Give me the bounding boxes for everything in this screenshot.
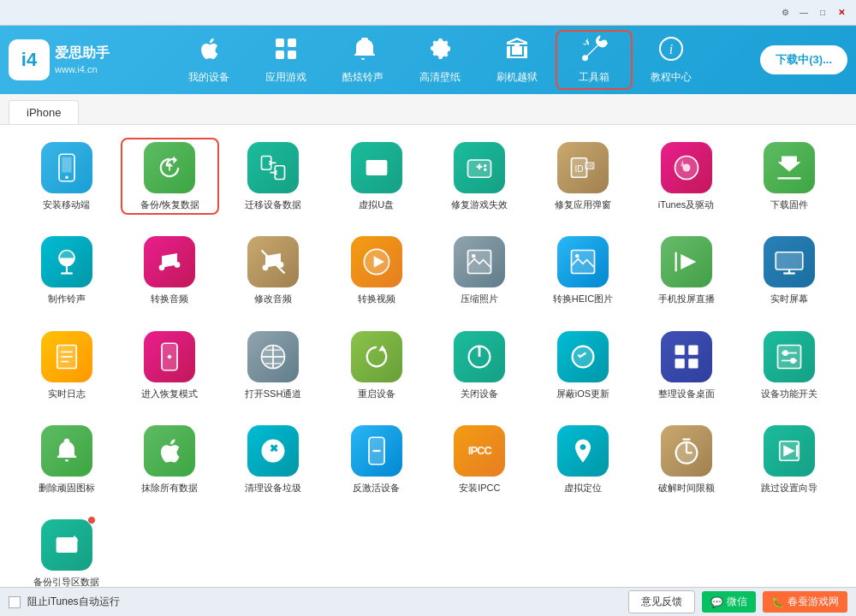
tool-label-fix-popup: 修复应用弹窗	[555, 198, 611, 210]
tool-item-fix-audio[interactable]: 修改音频	[223, 232, 323, 309]
gear-icon	[426, 35, 454, 67]
svg-point-19	[369, 169, 373, 174]
tool-icon-deactivate	[351, 425, 402, 477]
svg-rect-67	[675, 345, 684, 354]
tool-item-recovery-mode[interactable]: 进入恢复模式	[121, 327, 220, 404]
tool-label-install-ipcc: 安装IPCC	[459, 482, 500, 494]
status-bar: 阻止iTunes自动运行 意见反馈 💬 微信 🐛 春蚕游戏网	[0, 587, 856, 616]
tool-item-convert-video[interactable]: 转换视频	[327, 232, 426, 309]
download-button[interactable]: 下载中(3)...	[760, 45, 847, 74]
apps-icon	[272, 35, 300, 67]
feedback-button[interactable]: 意见反馈	[628, 590, 695, 613]
nav-ringtones[interactable]: 酷炫铃声	[324, 30, 401, 90]
tool-item-real-log[interactable]: 实时日志	[17, 327, 116, 404]
tool-icon-clean-trash	[247, 425, 299, 477]
svg-point-14	[65, 176, 68, 179]
tool-item-install-app[interactable]: 安装移动端	[17, 138, 116, 215]
tool-item-clean-trash[interactable]: 清理设备垃圾	[223, 421, 323, 498]
tool-label-make-ringtone: 制作铃声	[48, 293, 86, 305]
nav-apps-games[interactable]: 应用游戏	[247, 30, 324, 90]
tool-item-make-ringtone[interactable]: 制作铃声	[17, 232, 116, 309]
svg-point-36	[175, 262, 181, 268]
tool-label-clean-trash: 清理设备垃圾	[245, 482, 301, 494]
tool-item-backup-restore[interactable]: 备份/恢复数据	[121, 138, 220, 215]
tool-icon-fix-audio	[247, 236, 299, 287]
svg-rect-22	[479, 164, 480, 170]
svg-rect-8	[512, 46, 522, 55]
close-btn[interactable]: ✕	[834, 5, 849, 21]
tool-item-fix-popup[interactable]: IDID修复应用弹窗	[533, 138, 633, 215]
nav-tutorial[interactable]: i 教程中心	[633, 30, 710, 90]
tool-item-screen-cast[interactable]: 手机投屏直播	[637, 232, 736, 309]
tool-icon-device-toggle	[764, 331, 815, 382]
svg-rect-71	[778, 345, 801, 368]
tool-item-device-toggle[interactable]: 设备功能开关	[740, 327, 839, 404]
tool-label-organize-desktop: 整理设备桌面	[658, 388, 715, 400]
tool-item-skip-setup[interactable]: 跳过设置向导	[740, 421, 839, 498]
tool-label-block-ios-update: 屏蔽iOS更新	[556, 388, 609, 400]
tool-item-erase-all[interactable]: 抹除所有数据	[121, 421, 220, 498]
tool-item-itunes-driver[interactable]: iTunes及驱动	[637, 138, 736, 215]
nav-my-device[interactable]: 我的设备	[170, 30, 247, 90]
tool-item-fix-game[interactable]: 修复游戏失效	[431, 138, 530, 215]
tool-icon-backup-restore	[144, 142, 195, 193]
tool-label-break-time-limit: 破解时间限额	[658, 482, 715, 494]
logo-icon: i4	[9, 39, 50, 80]
tool-item-delete-stubborn[interactable]: 删除顽固图标	[17, 421, 116, 498]
tool-label-fix-audio: 修改音频	[254, 293, 292, 305]
tool-item-install-ipcc[interactable]: IPCC安装IPCC	[431, 421, 530, 498]
nav-wallpaper[interactable]: 高清壁纸	[401, 30, 479, 90]
tool-icon-virtual-udisk	[351, 142, 402, 193]
tool-item-organize-desktop[interactable]: 整理设备桌面	[637, 327, 736, 404]
tool-item-open-ssh[interactable]: 打开SSH通道	[223, 327, 323, 404]
tool-icon-convert-video	[351, 236, 402, 287]
tool-item-migrate-data[interactable]: 迁移设备数据	[223, 138, 323, 215]
tool-label-install-app: 安装移动端	[43, 198, 90, 210]
svg-marker-46	[681, 254, 696, 270]
svg-text:ID: ID	[586, 162, 593, 169]
tool-item-shutdown[interactable]: 关闭设备	[431, 327, 530, 404]
svg-rect-16	[275, 166, 284, 180]
nav-jailbreak[interactable]: 刷机越狱	[479, 30, 556, 90]
tool-item-backup-sector[interactable]: 备份引导区数据	[17, 515, 116, 587]
svg-rect-2	[276, 50, 284, 59]
tool-item-real-screen[interactable]: 实时屏幕	[740, 232, 839, 309]
tool-icon-install-app	[41, 142, 92, 193]
nav-ringtones-label: 酷炫铃声	[342, 70, 383, 85]
tool-label-screen-cast: 手机投屏直播	[658, 293, 715, 305]
block-itunes-checkbox[interactable]	[9, 596, 21, 608]
wechat-icon: 💬	[710, 596, 723, 608]
logo-text: 爱思助手 www.i4.cn	[55, 44, 110, 76]
tool-icon-compress-photo	[454, 236, 505, 287]
svg-point-45	[575, 254, 580, 258]
tool-item-block-ios-update[interactable]: 屏蔽iOS更新	[533, 327, 633, 404]
tool-item-reboot[interactable]: 重启设备	[327, 327, 426, 404]
tool-item-virtual-location[interactable]: 虚拟定位	[533, 421, 633, 498]
svg-point-87	[59, 547, 63, 551]
svg-rect-31	[778, 177, 801, 179]
tool-label-convert-heic: 转换HEIC图片	[553, 293, 613, 305]
tool-item-break-time-limit[interactable]: 破解时间限额	[637, 421, 736, 498]
svg-rect-17	[366, 160, 387, 175]
nav-toolbox[interactable]: 工具箱	[556, 30, 633, 90]
minimize-btn[interactable]: —	[796, 5, 811, 21]
settings-btn[interactable]: ⚙	[777, 5, 793, 21]
iphone-tab[interactable]: iPhone	[9, 100, 79, 124]
nav-items: 我的设备 应用游戏 酷炫铃声	[120, 30, 760, 90]
tool-item-convert-audio[interactable]: 转换音频	[121, 232, 220, 309]
tool-label-shutdown: 关闭设备	[461, 388, 498, 400]
partner-button[interactable]: 🐛 春蚕游戏网	[763, 591, 847, 613]
tool-item-virtual-udisk[interactable]: 虚拟U盘	[327, 138, 426, 215]
tool-item-deactivate[interactable]: 反激活设备	[327, 421, 426, 498]
svg-point-37	[263, 265, 269, 271]
tool-item-compress-photo[interactable]: 压缩照片	[431, 232, 530, 309]
main-content: 安装移动端备份/恢复数据迁移设备数据虚拟U盘修复游戏失效IDID修复应用弹窗iT…	[0, 125, 856, 587]
tool-item-download-firmware[interactable]: 下载固件	[740, 138, 839, 215]
tool-icon-recovery-mode	[144, 331, 195, 382]
wechat-button[interactable]: 💬 微信	[702, 591, 756, 613]
tool-icon-make-ringtone	[41, 236, 92, 287]
maximize-btn[interactable]: □	[815, 5, 830, 21]
nav-my-device-label: 我的设备	[188, 70, 229, 85]
tool-icon-itunes-driver	[661, 142, 712, 193]
tool-item-convert-heic[interactable]: 转换HEIC图片	[533, 232, 633, 309]
